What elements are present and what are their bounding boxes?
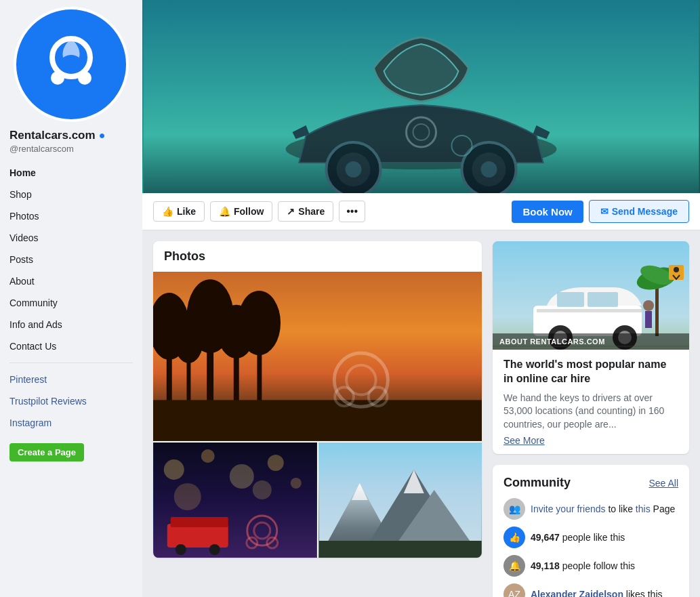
action-bar: 👍 Like 🔔 Follow ↗ Share ••• Book Now ✉ S…: [142, 193, 700, 230]
invite-link[interactable]: Invite your friends: [531, 503, 606, 514]
svg-point-3: [78, 71, 91, 85]
sidebar-item-about[interactable]: About: [0, 270, 142, 292]
sidebar-item-contact[interactable]: Contact Us: [0, 335, 142, 357]
sidebar-item-photos[interactable]: Photos: [0, 205, 142, 227]
svg-point-33: [201, 449, 215, 463]
sidebar: Rentalcars.com ● @rentalcarscom Home Sho…: [0, 0, 142, 597]
photos-section: Photos: [153, 241, 482, 558]
about-content: The world's most popular name in online …: [493, 350, 689, 454]
community-card: Community See All 👥 Invite your friends …: [493, 465, 689, 597]
sidebar-item-community[interactable]: Community: [0, 292, 142, 314]
verified-badge: ●: [99, 129, 106, 142]
community-header: Community See All: [503, 476, 678, 490]
share-button[interactable]: ↗ Share: [278, 201, 333, 222]
content-area: Photos: [142, 230, 700, 597]
svg-point-67: [643, 300, 654, 311]
svg-rect-61: [588, 292, 618, 307]
svg-point-41: [176, 544, 186, 555]
follows-icon: 🔔: [503, 555, 525, 577]
svg-rect-40: [171, 517, 228, 527]
send-message-button[interactable]: ✉ Send Message: [589, 200, 689, 223]
community-likes-item: 👍 49,647 people like this: [503, 527, 678, 548]
follow-icon: 🔔: [219, 206, 230, 217]
follows-text: 49,118 people follow this: [531, 560, 635, 571]
share-icon: ↗: [287, 206, 295, 217]
svg-rect-68: [645, 311, 652, 328]
photo-mountain[interactable]: [318, 442, 482, 558]
sidebar-item-trustpilot[interactable]: Trustpilot Reviews: [0, 390, 142, 412]
svg-point-25: [238, 291, 281, 355]
about-card: ABOUT RENTALCARS.COM The world's most po…: [493, 241, 689, 454]
about-description: We hand the keys to drivers at over 53,0…: [503, 392, 678, 432]
about-car-image: ABOUT RENTALCARS.COM: [493, 241, 689, 350]
about-overlay: ABOUT RENTALCARS.COM: [493, 333, 689, 350]
svg-rect-55: [655, 282, 659, 336]
community-follows-item: 🔔 49,118 people follow this: [503, 555, 678, 577]
message-icon: ✉: [600, 206, 609, 217]
community-title: Community: [503, 476, 571, 490]
sidebar-item-home[interactable]: Home: [0, 162, 142, 184]
this-page-link[interactable]: this: [636, 503, 651, 514]
create-page-button[interactable]: Create a Page: [9, 443, 84, 461]
invite-icon: 👥: [503, 498, 525, 520]
sidebar-item-posts[interactable]: Posts: [0, 249, 142, 270]
right-column: ABOUT RENTALCARS.COM The world's most po…: [493, 241, 689, 597]
svg-rect-53: [318, 541, 481, 558]
svg-point-11: [481, 161, 497, 178]
left-column: Photos: [153, 241, 482, 597]
svg-point-38: [253, 480, 272, 499]
main-content: 👍 Like 🔔 Follow ↗ Share ••• Book Now ✉ S…: [142, 0, 700, 597]
photos-header: Photos: [153, 241, 482, 272]
svg-point-8: [346, 161, 362, 178]
invite-text: Invite your friends to like this Page: [531, 503, 675, 514]
photos-grid: [153, 272, 482, 558]
page-handle: @rentalcarscom: [9, 144, 133, 154]
follow-button[interactable]: 🔔 Follow: [210, 201, 272, 222]
community-invite-item: 👥 Invite your friends to like this Page: [503, 498, 678, 520]
svg-rect-60: [557, 292, 584, 307]
page-name: Rentalcars.com ●: [9, 129, 133, 142]
sidebar-item-shop[interactable]: Shop: [0, 184, 142, 205]
cover-image: [142, 0, 700, 193]
more-options-button[interactable]: •••: [339, 201, 365, 222]
likes-icon: 👍: [503, 527, 525, 548]
sidebar-item-info-ads[interactable]: Info and Ads: [0, 314, 142, 335]
svg-rect-59: [537, 309, 642, 312]
sidebar-item-videos[interactable]: Videos: [0, 227, 142, 249]
svg-rect-26: [153, 400, 482, 440]
sidebar-item-pinterest[interactable]: Pinterest: [0, 369, 142, 390]
page-avatar: [14, 7, 129, 122]
svg-point-32: [164, 459, 184, 480]
book-now-button[interactable]: Book Now: [512, 201, 583, 223]
svg-point-42: [209, 544, 220, 555]
svg-point-37: [174, 483, 201, 510]
svg-rect-39: [167, 524, 228, 548]
cover-photo: [142, 0, 700, 193]
see-more-link[interactable]: See More: [503, 435, 678, 446]
like-icon: 👍: [162, 206, 173, 217]
about-title: The world's most popular name in online …: [503, 358, 678, 386]
user-avatar: AZ: [503, 583, 525, 597]
svg-point-34: [230, 464, 254, 489]
user-profile-link[interactable]: Alexander Zaidelson: [531, 589, 623, 597]
community-user-item: AZ Alexander Zaidelson likes this: [503, 583, 678, 597]
svg-point-2: [51, 71, 64, 85]
photo-row: [153, 442, 482, 558]
avatar-logo: [30, 24, 112, 105]
nav-divider: [9, 363, 133, 363]
about-overlay-text: ABOUT RENTALCARS.COM: [499, 337, 682, 346]
photo-city[interactable]: [153, 442, 317, 558]
sidebar-nav: Home Shop Photos Videos Posts About Comm…: [0, 162, 142, 434]
sidebar-item-instagram[interactable]: Instagram: [0, 412, 142, 434]
see-all-link[interactable]: See All: [648, 478, 678, 489]
likes-text: 49,647 people like this: [531, 532, 625, 543]
svg-point-70: [674, 267, 679, 272]
like-button[interactable]: 👍 Like: [153, 201, 205, 222]
user-likes-text: Alexander Zaidelson likes this: [531, 589, 663, 597]
photo-main[interactable]: [153, 272, 482, 441]
svg-point-35: [268, 455, 284, 471]
svg-point-36: [291, 478, 302, 489]
